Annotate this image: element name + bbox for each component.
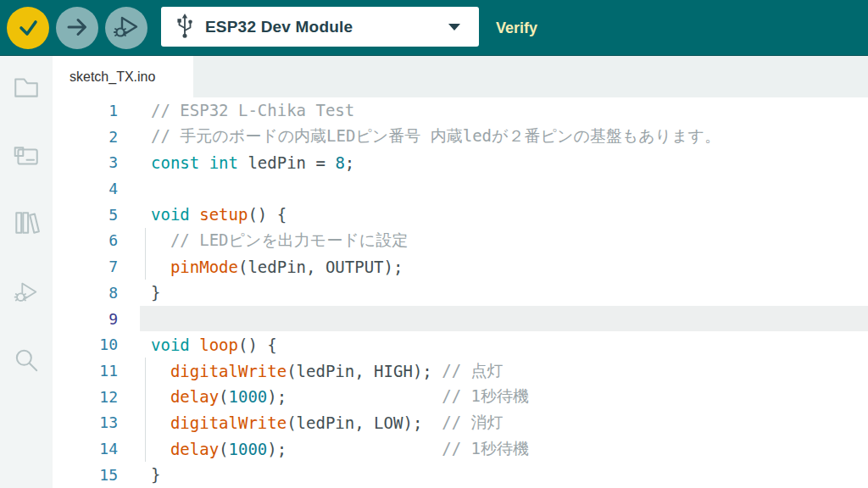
indent-guide: [145, 435, 146, 462]
line-number[interactable]: 1: [53, 102, 118, 119]
indent-guide: [145, 410, 146, 436]
line-number[interactable]: 11: [53, 362, 118, 380]
indent-guide: [145, 253, 146, 280]
line-number[interactable]: 12: [53, 388, 118, 406]
token-pl: (ledPin, OUTPUT);: [238, 258, 403, 276]
token-nm: 1000: [229, 440, 268, 458]
line-number[interactable]: 14: [53, 440, 118, 458]
sidebar-item-library-manager[interactable]: [12, 208, 41, 237]
activity-sidebar: [0, 56, 53, 488]
indent-guide: [145, 384, 146, 410]
code-text: delay(1000); // 1秒待機: [151, 435, 529, 462]
token-kw: void: [151, 336, 190, 354]
line-number[interactable]: 7: [53, 258, 118, 275]
code-line-8[interactable]: 8}: [53, 280, 868, 306]
code-line-14[interactable]: 14 delay(1000); // 1秒待機: [53, 435, 868, 462]
code-text: void loop() {: [151, 331, 277, 358]
code-line-12[interactable]: 12 delay(1000); // 1秒待機: [53, 384, 868, 410]
line-number[interactable]: 5: [53, 206, 118, 224]
sidebar-item-boards-manager[interactable]: [12, 142, 41, 171]
line-number[interactable]: 6: [53, 231, 118, 249]
token-cm: // 点灯: [442, 360, 503, 382]
token-pl: ledPin =: [238, 153, 335, 172]
line-number[interactable]: 13: [53, 413, 118, 431]
token-kw: void: [151, 205, 190, 224]
token-kw: const: [151, 153, 199, 172]
token-pl: [151, 258, 170, 276]
code-text: }: [151, 280, 160, 306]
token-pl: [151, 231, 170, 250]
debug-button[interactable]: [105, 7, 147, 49]
code-text: }: [151, 462, 160, 488]
code-line-10[interactable]: 10void loop() {: [53, 331, 868, 358]
token-kw: int: [209, 153, 238, 172]
token-pl: ;: [345, 153, 354, 172]
right-arrow-icon: [63, 13, 92, 44]
token-fn: pinMode: [170, 258, 238, 276]
verify-action-label: Verify: [496, 0, 537, 56]
sidebar-item-sketchbook[interactable]: [12, 73, 41, 102]
line-number[interactable]: 9: [53, 310, 118, 328]
board-selector-dropdown[interactable]: ESP32 Dev Module: [161, 7, 479, 47]
tab-bar: sketch_TX.ino: [53, 56, 868, 97]
code-editor[interactable]: 1// ESP32 L-Chika Test2// 手元のボードの内蔵LEDピン…: [53, 97, 868, 488]
token-nm: 1000: [229, 387, 268, 406]
token-cm: // 1秒待機: [442, 438, 529, 460]
line-number[interactable]: 10: [53, 336, 118, 353]
chevron-down-icon: [448, 24, 460, 30]
code-line-13[interactable]: 13 digitalWrite(ledPin, LOW); // 消灯: [53, 410, 868, 436]
code-text: // 手元のボードの内蔵LEDピン番号 内蔵ledが２番ピンの基盤もあります。: [151, 124, 721, 150]
upload-button[interactable]: [56, 7, 98, 49]
token-pl: (: [219, 387, 228, 406]
code-text: // LEDピンを出力モードに設定: [151, 228, 408, 254]
sidebar-item-search[interactable]: [12, 346, 41, 374]
line-number[interactable]: 2: [53, 128, 118, 146]
line-number[interactable]: 8: [53, 284, 118, 302]
code-line-7[interactable]: 7 pinMode(ledPin, OUTPUT);: [53, 253, 868, 280]
token-pl: [151, 387, 170, 406]
token-pl: () {: [248, 205, 287, 224]
arduino-ide-window: ESP32 Dev Module Verify: [0, 0, 868, 488]
tab-label: sketch_TX.ino: [53, 69, 155, 85]
token-pl: [199, 153, 209, 172]
token-pl: [151, 362, 170, 380]
token-fn: loop: [199, 336, 238, 354]
token-cm: // 手元のボードの内蔵LEDピン番号 内蔵ledが２番ピンの基盤もあります。: [151, 125, 721, 147]
token-pl: }: [151, 465, 160, 484]
token-pl: (ledPin, HIGH);: [287, 362, 442, 380]
token-nm: 8: [335, 153, 344, 172]
toolbar: ESP32 Dev Module Verify: [0, 0, 868, 56]
token-fn: delay: [170, 440, 219, 458]
debug-play-bug-icon: [111, 12, 142, 45]
code-line-4[interactable]: 4: [53, 175, 868, 202]
line-number[interactable]: 15: [53, 466, 118, 484]
code-line-6[interactable]: 6 // LEDピンを出力モードに設定: [53, 228, 868, 254]
boards-manager-icon: [12, 161, 41, 174]
usb-icon: [175, 12, 194, 42]
token-fn: digitalWrite: [170, 362, 287, 380]
line-number[interactable]: 4: [53, 180, 118, 197]
token-pl: );: [267, 440, 442, 458]
token-cm: // 消灯: [442, 412, 503, 434]
code-text: // ESP32 L-Chika Test: [151, 97, 354, 124]
code-line-5[interactable]: 5void setup() {: [53, 202, 868, 228]
token-pl: [151, 413, 170, 432]
code-line-11[interactable]: 11 digitalWrite(ledPin, HIGH); // 点灯: [53, 358, 868, 384]
indent-guide: [145, 358, 146, 384]
code-line-15[interactable]: 15}: [53, 462, 868, 488]
tab-sketch-tx-ino[interactable]: sketch_TX.ino: [53, 56, 193, 97]
code-line-3[interactable]: 3const int ledPin = 8;: [53, 149, 868, 175]
verify-button[interactable]: [7, 7, 49, 49]
code-line-2[interactable]: 2// 手元のボードの内蔵LEDピン番号 内蔵ledが２番ピンの基盤もあります。: [53, 124, 868, 150]
code-line-1[interactable]: 1// ESP32 L-Chika Test: [53, 97, 868, 124]
board-selector-value: ESP32 Dev Module: [205, 18, 353, 36]
check-icon: [14, 13, 42, 44]
indent-guide: [145, 228, 146, 254]
code-text: delay(1000); // 1秒待機: [151, 384, 529, 410]
sidebar-item-debug[interactable]: [12, 278, 41, 307]
token-cm: // 1秒待機: [442, 385, 529, 408]
token-pl: (: [219, 440, 228, 458]
token-fn: delay: [170, 387, 219, 406]
code-line-9[interactable]: 9: [53, 306, 868, 332]
line-number[interactable]: 3: [53, 153, 118, 171]
